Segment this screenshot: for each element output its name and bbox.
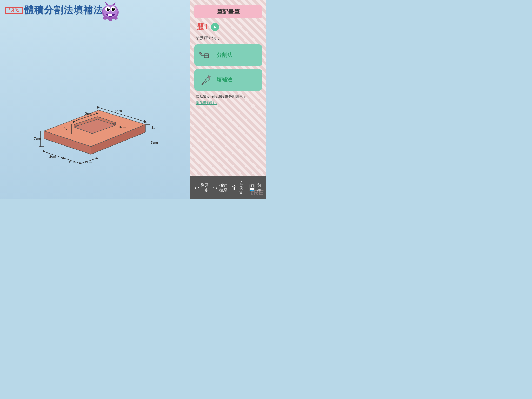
svg-point-12 bbox=[103, 17, 107, 20]
notebook-title: 筆記畫筆 bbox=[194, 5, 262, 18]
redo-icon: ↪ bbox=[213, 184, 218, 191]
svg-point-7 bbox=[113, 8, 114, 9]
svg-text:2cm: 2cm bbox=[85, 112, 92, 116]
svg-text:2cm: 2cm bbox=[69, 160, 76, 164]
svg-rect-8 bbox=[108, 14, 110, 16]
svg-text:2cm: 2cm bbox=[85, 160, 92, 164]
undo-icon: ↩ bbox=[194, 184, 199, 191]
method-fill-label: 填補法 bbox=[217, 76, 232, 83]
watermark: tRE bbox=[251, 189, 263, 197]
method-fill-icon bbox=[198, 73, 214, 87]
modern-label: 『現代』 bbox=[5, 7, 23, 14]
trash-label: 垃圾筒 bbox=[239, 181, 244, 195]
main-area: 6cm 7cm 1cm 7cm 2cm 4cm 4cm bbox=[0, 0, 190, 200]
svg-text:7cm: 7cm bbox=[34, 137, 41, 141]
svg-text:2cm: 2cm bbox=[49, 155, 56, 158]
demo-link[interactable]: 操作示範影片 bbox=[194, 101, 262, 105]
mascot-icon bbox=[100, 1, 121, 21]
svg-point-14 bbox=[114, 17, 118, 20]
sidebar: 筆記畫筆 題1 ▶ 請選擇方法： 分割法 bbox=[190, 0, 266, 200]
play-button[interactable]: ▶ bbox=[211, 23, 219, 31]
main-title: 體積分割法填補法 bbox=[24, 4, 103, 17]
method-split-icon bbox=[198, 48, 214, 62]
undo-button[interactable]: ↩ 復原一步 bbox=[192, 181, 211, 194]
svg-text:6cm: 6cm bbox=[115, 109, 122, 113]
method-split-card[interactable]: 分割法 bbox=[194, 44, 262, 66]
method-prompt: 請選擇方法： bbox=[194, 36, 262, 41]
title-box: 『現代』 體積分割法填補法 bbox=[5, 4, 103, 17]
svg-text:4cm: 4cm bbox=[64, 127, 70, 130]
trash-icon: 🗑 bbox=[232, 184, 237, 191]
canvas-area: 6cm 7cm 1cm 7cm 2cm 4cm 4cm bbox=[0, 21, 190, 200]
question-number: 題1 bbox=[197, 22, 208, 32]
instruction-text: 請點選及拖拉線段來分割圖形： bbox=[194, 94, 262, 99]
svg-marker-11 bbox=[112, 2, 116, 5]
svg-point-5 bbox=[112, 8, 115, 11]
redo-label: 撤銷復原 bbox=[219, 183, 228, 193]
svg-text:4cm: 4cm bbox=[119, 125, 126, 129]
redo-button[interactable]: ↪ 撤銷復原 bbox=[211, 181, 230, 194]
method-fill-card[interactable]: 填補法 bbox=[194, 69, 262, 91]
sidebar-inner: 筆記畫筆 題1 ▶ 請選擇方法： 分割法 bbox=[190, 0, 266, 200]
trash-button[interactable]: 🗑 垃圾筒 bbox=[230, 179, 247, 197]
svg-point-6 bbox=[108, 8, 109, 9]
svg-marker-10 bbox=[105, 2, 108, 5]
svg-rect-9 bbox=[110, 14, 112, 16]
question-header: 題1 ▶ bbox=[194, 22, 262, 32]
method-split-label: 分割法 bbox=[217, 52, 232, 59]
svg-point-4 bbox=[107, 8, 110, 11]
svg-text:1cm: 1cm bbox=[151, 125, 158, 130]
shape-diagram: 6cm 7cm 1cm 7cm 2cm 4cm 4cm bbox=[23, 56, 158, 165]
undo-label: 復原一步 bbox=[201, 183, 209, 193]
header: 『現代』 體積分割法填補法 bbox=[0, 0, 190, 21]
svg-text:7cm: 7cm bbox=[151, 141, 158, 145]
